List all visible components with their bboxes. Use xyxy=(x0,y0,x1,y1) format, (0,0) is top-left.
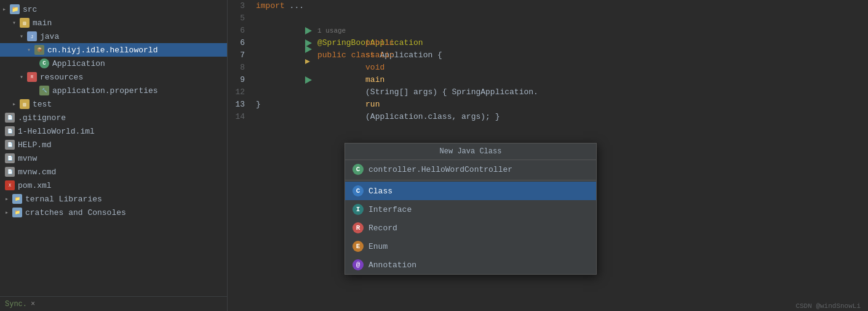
dropdown-label-class: Class xyxy=(368,187,392,196)
props-icon: 🔧 xyxy=(39,86,49,95)
folder-icon-scratches: 📁 xyxy=(12,208,22,217)
status-bar: CSDN @windSnowLi xyxy=(788,301,868,311)
import-dots: ... xyxy=(285,0,304,12)
tree-item-appprops[interactable]: 🔧 application.properties xyxy=(0,84,227,97)
item-icon-record: R xyxy=(352,222,364,233)
line-numbers: 3 5 6 6 7 8 9 12 13 14 xyxy=(228,0,253,311)
sync-label: Sync. xyxy=(5,300,27,309)
file-icon-pomxml: X xyxy=(5,180,15,190)
editor-pane: 3 5 6 6 7 8 9 12 13 14 import ... xyxy=(228,0,868,311)
fn-main: main xyxy=(365,75,384,84)
file-tree: ▸ 📁 src ▾ ▤ main ▾ J java ▾ 📦 cn.hiyj.id… xyxy=(0,0,227,296)
dropdown-label-enum: Enum xyxy=(368,242,388,251)
code-line-13: } xyxy=(256,99,868,111)
tree-label-scratches: cratches and Consoles xyxy=(25,208,126,217)
tree-item-resources[interactable]: ▾ R resources xyxy=(0,70,227,84)
tree-item-extlibs[interactable]: ▸ 📁 ternal Libraries xyxy=(0,192,227,206)
kw-static-9: static xyxy=(365,50,399,60)
tree-label-gitignore: .gitignore xyxy=(18,113,66,123)
expand-arrow-package: ▾ xyxy=(27,46,34,54)
tree-item-java[interactable]: ▾ J java xyxy=(0,30,227,43)
tree-label-application: Application xyxy=(52,59,105,68)
dropdown-item-record[interactable]: R Record xyxy=(345,219,596,237)
file-icon-helpmd: 📄 xyxy=(5,140,15,150)
line-num-7: 7 xyxy=(228,49,249,62)
code-line-9: public static void main (String[] args) … xyxy=(256,74,868,86)
dropdown-title: New Java Class xyxy=(345,143,596,160)
line-num-12: 12 xyxy=(228,86,249,99)
expand-arrow-test: ▸ xyxy=(12,100,20,108)
expand-arrow-resources: ▾ xyxy=(20,73,27,81)
line-num-8: 8 xyxy=(228,62,249,74)
folder-icon-package: 📦 xyxy=(34,45,44,55)
folder-icon-src: 📁 xyxy=(10,4,20,14)
sidebar-bottom: Sync. × xyxy=(0,296,227,311)
item-icon-class: C xyxy=(352,185,364,196)
new-java-class-dropdown: New Java Class C controller.HelloWordCon… xyxy=(344,143,597,275)
tree-label-mvnw: mvnw xyxy=(18,154,37,163)
tree-item-src[interactable]: ▸ 📁 src xyxy=(0,2,227,16)
tree-label-mvnwcmd: mvnw.cmd xyxy=(18,168,56,177)
dropdown-label-record: Record xyxy=(368,224,397,233)
tree-item-test[interactable]: ▸ ▤ test xyxy=(0,97,227,111)
tree-label-helpmd: HELP.md xyxy=(18,140,52,150)
svg-marker-2 xyxy=(305,46,312,53)
expand-arrow-main: ▾ xyxy=(12,19,20,26)
import-keyword: import xyxy=(256,0,285,12)
tree-item-mvnwcmd[interactable]: 📄 mvnw.cmd xyxy=(0,165,227,179)
dropdown-item-enum[interactable]: E Enum xyxy=(345,237,596,256)
tree-label-extlibs: ternal Libraries xyxy=(25,195,102,204)
tree-label-package: cn.hiyj.idle.helloworld xyxy=(47,46,157,55)
expand-arrow-java: ▾ xyxy=(20,33,27,40)
tree-item-package[interactable]: ▾ 📦 cn.hiyj.idle.helloworld xyxy=(0,43,227,57)
tree-item-iml[interactable]: 📄 1-HelloWorld.iml xyxy=(0,124,227,138)
folder-icon-test: ▤ xyxy=(20,99,30,109)
line-num-3: 3 xyxy=(228,0,249,12)
tree-item-gitignore[interactable]: 📄 .gitignore xyxy=(0,111,227,124)
tree-item-helpmd[interactable]: 📄 HELP.md xyxy=(0,138,227,151)
tree-item-scratches[interactable]: ▸ 📁 cratches and Consoles xyxy=(0,206,227,219)
tree-label-resources: resources xyxy=(40,73,83,82)
expand-arrow-src: ▸ xyxy=(2,6,10,13)
tree-item-mvnw[interactable]: 📄 mvnw xyxy=(0,151,227,165)
code-line-5 xyxy=(256,12,868,25)
dropdown-label-controller: controller.HelloWordController xyxy=(368,165,512,174)
dropdown-item-interface[interactable]: I Interface xyxy=(345,200,596,219)
item-icon-interface: I xyxy=(352,204,364,215)
brace-close-13: } xyxy=(256,99,261,111)
expand-arrow-scratches: ▸ xyxy=(5,209,12,216)
folder-icon-extlibs: 📁 xyxy=(12,194,22,204)
line-num-13: 13 xyxy=(228,99,249,111)
sync-close-icon[interactable]: × xyxy=(31,300,35,309)
item-icon-controller: C xyxy=(352,164,364,175)
tree-label-appprops: application.properties xyxy=(52,86,158,95)
dropdown-label-interface: Interface xyxy=(368,205,412,214)
tree-label-iml: 1-HelloWorld.iml xyxy=(18,127,95,136)
dropdown-item-annotation[interactable]: @ Annotation xyxy=(345,256,596,274)
line-num-6b: 6 xyxy=(228,37,249,49)
tree-label-test: test xyxy=(33,100,52,109)
line-num-5: 5 xyxy=(228,12,249,25)
code-line-14 xyxy=(256,111,868,123)
tree-label-main: main xyxy=(33,18,52,28)
item-icon-annotation: @ xyxy=(352,259,364,270)
line-num-6a: 6 xyxy=(228,25,249,37)
tree-item-application[interactable]: C Application xyxy=(0,57,227,70)
folder-icon-main: ▤ xyxy=(20,18,30,28)
tree-item-main[interactable]: ▾ ▤ main xyxy=(0,16,227,30)
file-icon-mvnw: 📄 xyxy=(5,153,15,163)
folder-icon-java: J xyxy=(27,31,37,41)
java-icon-application: C xyxy=(39,59,49,68)
svg-marker-4 xyxy=(305,76,312,84)
dropdown-item-controller[interactable]: C controller.HelloWordController xyxy=(345,160,596,179)
dropdown-item-class[interactable]: C Class xyxy=(345,182,596,200)
kw-public-9: public xyxy=(365,38,399,47)
tree-label-java: java xyxy=(40,32,59,41)
tree-item-pomxml[interactable]: X pom.xml xyxy=(0,179,227,192)
tree-label-pomxml: pom.xml xyxy=(18,181,52,190)
code-line-3: import ... xyxy=(256,0,868,12)
code-line-12 xyxy=(256,86,868,99)
sidebar: ▸ 📁 src ▾ ▤ main ▾ J java ▾ 📦 cn.hiyj.id… xyxy=(0,0,228,311)
folder-icon-resources: R xyxy=(27,72,37,82)
file-icon-mvnwcmd: 📄 xyxy=(5,167,15,177)
